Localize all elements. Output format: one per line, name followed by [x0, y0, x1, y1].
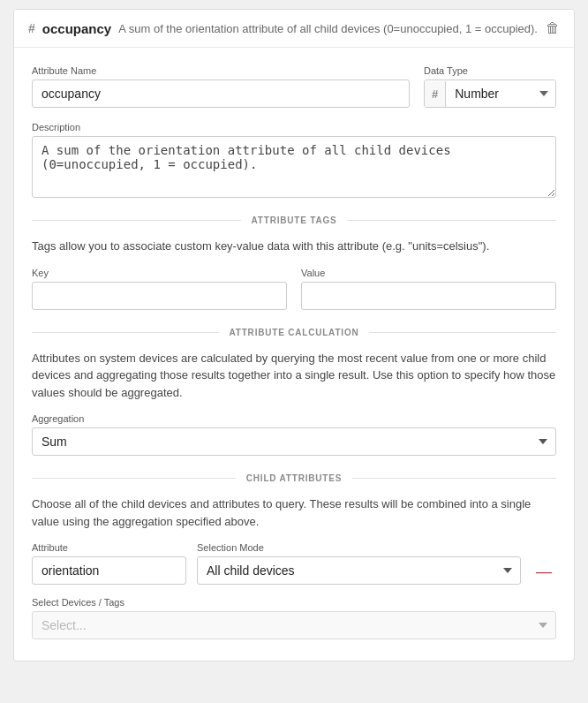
data-type-select-wrapper: # Number String Boolean — [424, 79, 556, 108]
remove-button[interactable]: — — [536, 563, 552, 579]
child-attributes-description: Choose all of the child devices and attr… — [32, 495, 556, 530]
data-type-label: Data Type — [424, 65, 556, 76]
description-group: Description A sum of the orientation att… — [32, 122, 556, 198]
card-header: # occupancy A sum of the orientation att… — [14, 10, 574, 48]
attribute-calculation-description: Attributes on system devices are calcula… — [32, 350, 556, 402]
child-attribute-label: Attribute — [32, 542, 186, 553]
divider-line-left — [32, 220, 241, 221]
value-group: Value — [301, 268, 556, 310]
aggregation-select[interactable]: Sum Average Min Max Count — [32, 427, 556, 456]
attribute-name-group: Attribute Name — [32, 65, 410, 108]
select-devices-select[interactable]: Select... — [32, 611, 556, 639]
attribute-calculation-divider: ATTRIBUTE CALCULATION — [32, 328, 556, 337]
attribute-name-input[interactable] — [32, 79, 410, 108]
attribute-title: occupancy — [42, 21, 111, 36]
child-attributes-label: CHILD ATTRIBUTES — [236, 473, 352, 483]
divider-line-right — [347, 220, 556, 221]
select-devices-wrapper: Select... — [32, 611, 556, 639]
aggregation-group: Aggregation Sum Average Min Max Count — [32, 413, 556, 456]
aggregation-select-wrapper: Sum Average Min Max Count — [32, 427, 556, 456]
child-attr-row: Attribute Selection Mode All child devic… — [32, 542, 556, 585]
header-left: # occupancy A sum of the orientation att… — [28, 21, 538, 36]
description-textarea[interactable]: A sum of the orientation attribute of al… — [32, 136, 556, 198]
divider-line-right2 — [369, 332, 556, 333]
aggregation-label: Aggregation — [32, 413, 556, 424]
selection-mode-label: Selection Mode — [197, 542, 521, 553]
child-attribute-group: Attribute — [32, 542, 186, 585]
attribute-calculation-label: ATTRIBUTE CALCULATION — [219, 328, 370, 337]
hash-icon: # — [28, 21, 35, 35]
select-devices-label: Select Devices / Tags — [32, 597, 556, 608]
attribute-subtitle: A sum of the orientation attribute of al… — [118, 22, 538, 35]
attribute-card: # occupancy A sum of the orientation att… — [13, 9, 575, 661]
data-type-select[interactable]: Number String Boolean — [446, 80, 555, 107]
key-label: Key — [32, 268, 287, 278]
selection-mode-group: Selection Mode All child devices Specifi… — [197, 542, 521, 585]
attribute-tags-divider: ATTRIBUTE TAGS — [32, 215, 556, 225]
divider-line-left3 — [32, 478, 236, 479]
data-type-prefix: # — [425, 81, 446, 107]
attribute-tags-label: ATTRIBUTE TAGS — [241, 215, 348, 225]
delete-icon[interactable]: 🗑 — [546, 20, 560, 36]
divider-line-left2 — [32, 332, 219, 333]
selection-mode-wrapper: All child devices Specific devices By ta… — [197, 556, 521, 585]
key-input[interactable] — [32, 282, 287, 310]
attribute-tags-description: Tags allow you to associate custom key-v… — [32, 238, 556, 255]
name-type-row: Attribute Name Data Type # Number String… — [32, 65, 556, 108]
selection-mode-select[interactable]: All child devices Specific devices By ta… — [197, 556, 521, 585]
child-attributes-divider: CHILD ATTRIBUTES — [32, 473, 556, 483]
divider-line-right3 — [352, 478, 556, 479]
description-label: Description — [32, 122, 556, 132]
key-group: Key — [32, 268, 287, 310]
remove-child-attr: — — [531, 563, 556, 585]
attribute-name-label: Attribute Name — [32, 65, 410, 76]
value-input[interactable] — [301, 282, 556, 310]
value-label: Value — [301, 268, 556, 278]
data-type-group: Data Type # Number String Boolean — [424, 65, 556, 108]
card-body: Attribute Name Data Type # Number String… — [14, 48, 574, 661]
key-value-row: Key Value — [32, 268, 556, 310]
select-devices-group: Select Devices / Tags Select... — [32, 597, 556, 639]
child-attribute-input[interactable] — [32, 556, 186, 585]
